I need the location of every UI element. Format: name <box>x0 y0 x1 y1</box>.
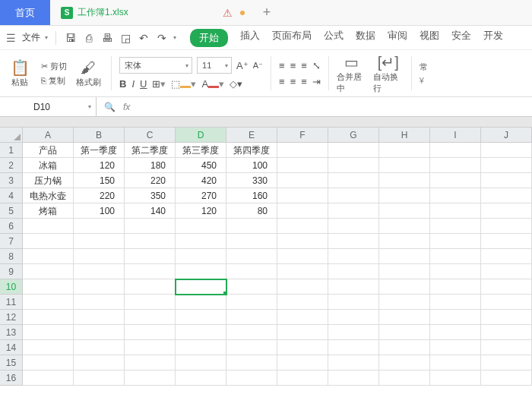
col-header-G[interactable]: G <box>328 128 379 143</box>
name-box[interactable]: D10 ▾ <box>0 97 97 116</box>
tab-review[interactable]: 审阅 <box>388 29 407 47</box>
cell-H9[interactable] <box>379 264 430 279</box>
cell-D9[interactable] <box>176 264 226 279</box>
fill-color-button[interactable]: ⬚▾ <box>171 78 196 90</box>
cell-J4[interactable] <box>481 188 532 203</box>
tab-layout[interactable]: 页面布局 <box>272 29 312 47</box>
cell-I6[interactable] <box>430 219 481 234</box>
cell-C15[interactable] <box>125 355 176 370</box>
cell-D5[interactable]: 120 <box>176 203 226 219</box>
cell-I1[interactable] <box>430 143 481 158</box>
row-header-6[interactable]: 6 <box>0 219 23 234</box>
home-tab[interactable]: 首页 <box>0 0 50 25</box>
cell-E1[interactable]: 第四季度 <box>226 143 277 158</box>
col-header-B[interactable]: B <box>74 128 125 143</box>
col-header-A[interactable]: A <box>23 128 74 143</box>
cell-A9[interactable] <box>23 264 74 279</box>
cell-G13[interactable] <box>328 325 379 340</box>
row-header-11[interactable]: 11 <box>0 295 23 310</box>
cell-G2[interactable] <box>328 158 379 173</box>
cell-C9[interactable] <box>125 264 176 279</box>
cell-J3[interactable] <box>481 173 532 188</box>
cell-F16[interactable] <box>277 370 328 386</box>
cancel-icon[interactable]: 🔍 <box>104 102 116 112</box>
cell-C13[interactable] <box>125 325 176 340</box>
cell-A4[interactable]: 电热水壶 <box>23 188 74 203</box>
cell-J8[interactable] <box>481 249 532 264</box>
cell-A10[interactable] <box>23 279 74 295</box>
bold-button[interactable]: B <box>119 78 126 90</box>
cell-B11[interactable] <box>74 295 125 310</box>
cell-B7[interactable] <box>74 234 125 249</box>
underline-button[interactable]: U <box>140 78 147 90</box>
cell-B16[interactable] <box>74 370 125 386</box>
cell-D10[interactable] <box>176 279 226 295</box>
formula-input[interactable] <box>138 97 532 116</box>
cell-H12[interactable] <box>379 310 430 325</box>
cell-E7[interactable] <box>226 234 277 249</box>
cell-B12[interactable] <box>74 310 125 325</box>
cell-G15[interactable] <box>328 355 379 370</box>
cell-C12[interactable] <box>125 310 176 325</box>
chevron-down-icon[interactable]: ▾ <box>45 34 48 41</box>
cell-B1[interactable]: 第一季度 <box>74 143 125 158</box>
cell-C6[interactable] <box>125 219 176 234</box>
cell-I3[interactable] <box>430 173 481 188</box>
cell-J10[interactable] <box>481 279 532 295</box>
cell-A2[interactable]: 冰箱 <box>23 158 74 173</box>
cell-E13[interactable] <box>226 325 277 340</box>
decrease-font-icon[interactable]: A⁻ <box>253 61 263 71</box>
cell-A6[interactable] <box>23 219 74 234</box>
cell-I11[interactable] <box>430 295 481 310</box>
tab-start[interactable]: 开始 <box>190 29 228 47</box>
row-header-10[interactable]: 10 <box>0 279 23 295</box>
align-top-icon[interactable]: ≡ <box>279 60 285 71</box>
cell-H16[interactable] <box>379 370 430 386</box>
clear-format-button[interactable]: ◇▾ <box>230 78 242 90</box>
cell-E12[interactable] <box>226 310 277 325</box>
cell-A11[interactable] <box>23 295 74 310</box>
cell-H14[interactable] <box>379 340 430 355</box>
cell-C5[interactable]: 140 <box>125 203 176 219</box>
cell-B5[interactable]: 100 <box>74 203 125 219</box>
new-tab-button[interactable]: + <box>263 5 271 20</box>
font-select[interactable]: 宋体 ▾ <box>119 57 192 74</box>
cell-F7[interactable] <box>277 234 328 249</box>
cell-F2[interactable] <box>277 158 328 173</box>
row-header-9[interactable]: 9 <box>0 264 23 279</box>
cell-E5[interactable]: 80 <box>226 203 277 219</box>
cell-C2[interactable]: 180 <box>125 158 176 173</box>
cell-F13[interactable] <box>277 325 328 340</box>
tab-security[interactable]: 安全 <box>451 29 471 47</box>
col-header-H[interactable]: H <box>379 128 430 143</box>
row-header-7[interactable]: 7 <box>0 234 23 249</box>
cell-D8[interactable] <box>176 249 226 264</box>
workbook-tab[interactable]: S 工作簿1.xlsx <box>50 0 139 25</box>
cell-A12[interactable] <box>23 310 74 325</box>
align-right-icon[interactable]: ≡ <box>301 76 307 87</box>
cell-F8[interactable] <box>277 249 328 264</box>
redo-icon[interactable]: ↷ <box>155 32 169 44</box>
increase-font-icon[interactable]: A⁺ <box>236 60 249 71</box>
cell-F4[interactable] <box>277 188 328 203</box>
tab-formula[interactable]: 公式 <box>324 29 344 47</box>
tab-developer[interactable]: 开发 <box>483 29 503 47</box>
cell-C3[interactable]: 220 <box>125 173 176 188</box>
row-header-14[interactable]: 14 <box>0 340 23 355</box>
number-format-label[interactable]: 常 <box>420 61 428 73</box>
cell-E6[interactable] <box>226 219 277 234</box>
cell-I15[interactable] <box>430 355 481 370</box>
preview-icon[interactable]: ◲ <box>119 32 132 44</box>
cell-E16[interactable] <box>226 370 277 386</box>
font-color-button[interactable]: A▾ <box>201 78 224 90</box>
cell-G12[interactable] <box>328 310 379 325</box>
col-header-C[interactable]: C <box>125 128 176 143</box>
row-header-5[interactable]: 5 <box>0 203 23 219</box>
col-header-E[interactable]: E <box>226 128 277 143</box>
cell-I13[interactable] <box>430 325 481 340</box>
orientation-icon[interactable]: ⤡ <box>312 60 321 71</box>
cell-C4[interactable]: 350 <box>125 188 176 203</box>
cell-B10[interactable] <box>74 279 125 295</box>
merge-cells-button[interactable]: ▭ 合并居中 <box>337 53 367 93</box>
chevron-down-icon[interactable]: ▾ <box>173 34 176 41</box>
